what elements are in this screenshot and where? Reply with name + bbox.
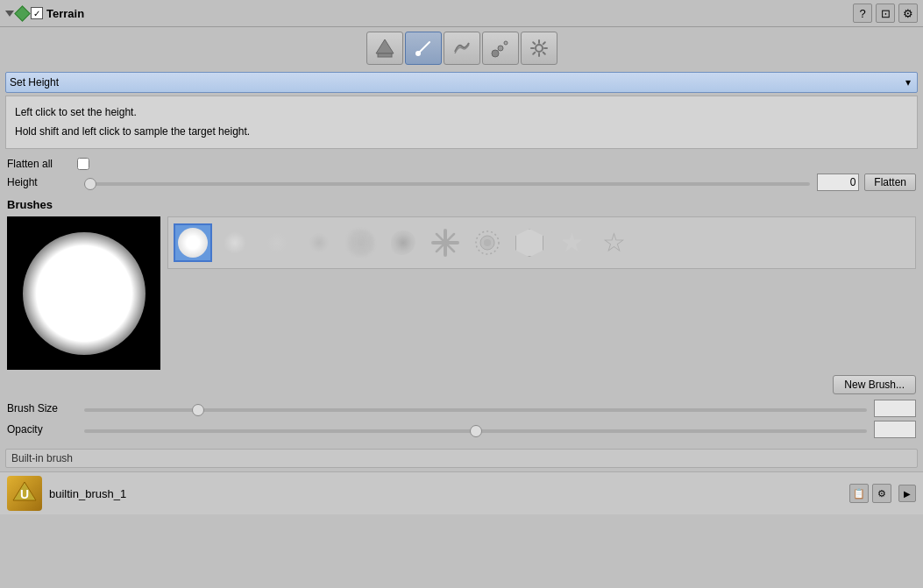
height-slider-wrapper [84, 176, 810, 188]
height-label: Height [7, 176, 77, 188]
svg-marker-0 [376, 39, 394, 53]
set-height-icon [414, 39, 433, 58]
brush-blob2-icon [391, 230, 415, 255]
brush-item-10[interactable]: ☆ [594, 223, 633, 262]
brush-size-label: Brush Size [7, 402, 77, 414]
opacity-label: Opacity [7, 423, 77, 436]
status-text: Built-in brush [11, 452, 73, 464]
brush-item-5[interactable] [384, 223, 422, 262]
opacity-row: Opacity 50 [7, 421, 916, 438]
svg-point-6 [504, 41, 508, 45]
brush-grunge-icon [472, 228, 502, 258]
brush-size-slider[interactable] [84, 408, 867, 412]
flatten-all-label: Flatten all [7, 158, 77, 170]
brushes-title: Brushes [7, 198, 916, 211]
height-slider[interactable] [84, 182, 810, 186]
brush-size-input[interactable]: 25 [874, 400, 916, 417]
asset-icon: U [7, 476, 42, 511]
brush-item-3[interactable] [300, 223, 338, 262]
brush-cross-icon [431, 229, 459, 257]
brushes-section: Brushes [0, 198, 923, 370]
smooth-icon [451, 38, 472, 59]
flatten-all-checkbox[interactable] [77, 158, 89, 170]
opacity-input[interactable]: 50 [874, 421, 916, 438]
brush-item-2[interactable] [258, 223, 296, 262]
collapse-arrow-icon[interactable] [5, 11, 14, 17]
brush-star-outline-icon: ☆ [602, 230, 626, 256]
flatten-all-row: Flatten all [7, 158, 916, 170]
flatten-button[interactable]: Flatten [864, 174, 916, 191]
tools-settings-icon [529, 39, 549, 58]
paint-icon [490, 38, 511, 59]
svg-text:U: U [20, 487, 29, 501]
new-brush-button[interactable]: New Brush... [833, 375, 916, 394]
tool-smooth[interactable] [444, 32, 480, 65]
svg-rect-1 [378, 53, 392, 57]
play-button[interactable]: ▶ [898, 485, 916, 502]
brush-item-1[interactable] [216, 223, 254, 262]
description-line1: Left click to set the height. [15, 103, 908, 123]
title-right-icons: ? ⊡ ⚙ [853, 4, 918, 23]
opacity-slider[interactable] [84, 429, 867, 433]
settings-icon[interactable]: ⚙ [898, 4, 918, 23]
asset-row: U builtin_brush_1 📋 ⚙ ▶ [0, 471, 923, 514]
tool-set-height[interactable] [405, 32, 442, 65]
brush-item-9[interactable]: ★ [552, 223, 591, 262]
tool-paint[interactable] [482, 32, 519, 65]
asset-name: builtin_brush_1 [49, 487, 842, 500]
tool-raise-lower[interactable] [366, 32, 403, 65]
title-bar: ✓ Terrain ? ⊡ ⚙ [0, 0, 923, 27]
raise-lower-icon [374, 38, 395, 59]
dropdown-row: Set Height Raise/Lower Smooth Height Pai… [0, 69, 923, 96]
svg-point-3 [415, 51, 421, 56]
brush-dot-medium-icon [265, 230, 289, 255]
svg-point-4 [492, 50, 499, 57]
brushes-content: ★ ☆ [7, 216, 916, 370]
title-icons: ✓ [5, 7, 43, 19]
controls-area: Flatten all Height Flatten [0, 154, 923, 198]
new-brush-row: New Brush... [0, 370, 923, 396]
svg-point-7 [536, 45, 543, 52]
bottom-controls: Brush Size 25 Opacity 50 [0, 396, 923, 445]
height-row: Height Flatten [7, 174, 916, 191]
terrain-mode-select[interactable]: Set Height Raise/Lower Smooth Height Pai… [5, 72, 918, 93]
brush-circle-icon [178, 228, 208, 258]
status-bar: Built-in brush [5, 449, 918, 468]
brush-size-slider-wrapper [84, 402, 867, 414]
brush-soft-icon [219, 227, 251, 259]
brush-selector: ★ ☆ [167, 216, 916, 269]
tool-settings[interactable] [521, 32, 557, 65]
brush-dot-small-icon [309, 233, 329, 252]
brush-blob-icon [347, 229, 375, 257]
description-line2: Hold shift and left click to sample the … [15, 123, 908, 142]
brush-item-8[interactable] [510, 223, 549, 262]
help-icon[interactable]: ? [853, 4, 872, 23]
description-box: Left click to set the height. Hold shift… [5, 96, 918, 149]
brush-item-0[interactable] [174, 223, 212, 262]
brush-item-7[interactable] [468, 223, 507, 262]
brush-size-row: Brush Size 25 [7, 400, 916, 417]
page-title: Terrain [46, 7, 84, 20]
checkbox-icon[interactable]: ✓ [31, 7, 43, 19]
layout-icon[interactable]: ⊡ [876, 4, 895, 23]
svg-point-14 [484, 239, 491, 246]
toolbar [0, 27, 923, 69]
asset-unity-icon: U [11, 479, 39, 507]
brush-star-filled-icon: ★ [560, 230, 584, 256]
unity-diamond-icon [14, 5, 30, 21]
brush-hex-icon [515, 229, 543, 257]
height-value-input[interactable] [817, 174, 859, 191]
svg-point-5 [498, 46, 503, 51]
opacity-slider-wrapper [84, 423, 867, 436]
asset-right-icons: 📋 ⚙ [849, 484, 891, 503]
asset-copy-icon[interactable]: 📋 [849, 484, 869, 503]
brush-preview [7, 216, 160, 370]
brush-item-6[interactable] [426, 223, 465, 262]
brush-item-4[interactable] [342, 223, 380, 262]
dropdown-wrapper: Set Height Raise/Lower Smooth Height Pai… [5, 72, 918, 93]
brush-preview-circle [23, 232, 146, 355]
asset-settings-icon[interactable]: ⚙ [872, 484, 891, 503]
